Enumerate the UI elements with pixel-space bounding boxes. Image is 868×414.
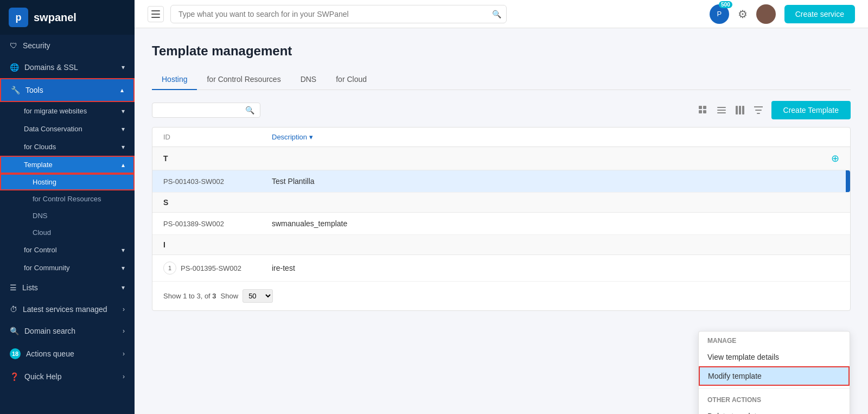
chevron-down-icon: ▾ xyxy=(122,246,125,254)
topbar-right: P 500 ⚙ Create service xyxy=(710,4,855,24)
sidebar-item-tools[interactable]: 🔧 Tools ▴ xyxy=(0,78,135,102)
group-t: T ⊕ xyxy=(152,147,850,170)
migrate-label: for migrate websites xyxy=(24,107,87,115)
sidebar-collapse-button[interactable] xyxy=(148,6,164,22)
svg-rect-6 xyxy=(703,110,706,113)
view-grid-icon[interactable] xyxy=(695,103,711,118)
table-row[interactable]: PS-001389-SW002 swmanuales_template xyxy=(152,213,850,235)
sidebar-label-help: Quick Help xyxy=(24,372,61,381)
template-table: ID Description ▾ T ⊕ PS-001403-SW002 Tes… xyxy=(152,127,851,311)
table-row[interactable]: 1 PS-001395-SW002 ire-test xyxy=(152,255,850,282)
chevron-up-icon: ▴ xyxy=(122,161,125,169)
cloud-label: Cloud xyxy=(33,228,51,237)
sidebar-item-template[interactable]: Template ▴ xyxy=(0,156,135,174)
tab-dns[interactable]: DNS xyxy=(291,69,327,90)
sidebar-item-data-conservation[interactable]: Data Conservation ▾ xyxy=(0,120,135,138)
create-service-button[interactable]: Create service xyxy=(784,5,855,23)
table-search-icon: 🔍 xyxy=(245,106,254,114)
group-i: I xyxy=(152,235,850,255)
gear-icon[interactable]: ⚙ xyxy=(738,8,748,21)
tab-for-cloud[interactable]: for Cloud xyxy=(326,69,376,90)
content-area: Template management Hosting for Control … xyxy=(135,28,868,414)
for-control-resources-label: for Control Resources xyxy=(33,195,101,203)
sidebar-item-domains[interactable]: 🌐 Domains & SSL ▾ xyxy=(0,56,135,78)
sidebar-label-actions: Actions queue xyxy=(26,349,74,358)
tabs-bar: Hosting for Control Resources DNS for Cl… xyxy=(152,69,851,90)
user-avatar[interactable] xyxy=(756,4,776,24)
svg-rect-9 xyxy=(717,110,726,111)
pagination-text: Show 1 to 3, of 3 xyxy=(163,292,216,300)
sidebar-item-security[interactable]: 🛡 Security xyxy=(0,35,135,56)
context-dropdown-menu: Manage View template details Modify temp… xyxy=(698,331,850,414)
svg-rect-0 xyxy=(151,10,160,11)
other-actions-header: Other actions xyxy=(699,391,850,407)
chevron-down-icon: ▾ xyxy=(122,264,125,272)
table-row[interactable]: PS-001403-SW002 Test Plantilla xyxy=(152,170,850,193)
svg-rect-11 xyxy=(736,106,738,114)
sidebar-item-for-control[interactable]: for Control ▾ xyxy=(0,241,135,259)
sidebar-item-for-clouds[interactable]: for Clouds ▾ xyxy=(0,138,135,156)
table-header: ID Description ▾ xyxy=(152,128,850,147)
main-area: 🔍 P 500 ⚙ Create service Template manage… xyxy=(135,0,868,414)
col-id: ID xyxy=(163,133,272,141)
sidebar-item-template-dns[interactable]: DNS xyxy=(0,207,135,224)
for-clouds-label: for Clouds xyxy=(24,143,56,151)
sidebar-item-migrate[interactable]: for migrate websites ▾ xyxy=(0,102,135,120)
svg-rect-12 xyxy=(739,106,741,114)
for-control-label: for Control xyxy=(24,246,57,254)
sidebar-item-for-community[interactable]: for Community ▾ xyxy=(0,259,135,277)
row-desc-cell: swmanuales_template xyxy=(272,219,839,228)
pagination: Show 1 to 3, of 3 Show 50 25 100 xyxy=(152,282,850,310)
sidebar-item-latest-services[interactable]: ⏱ Latest services managed › xyxy=(0,298,135,320)
sidebar-item-quick-help[interactable]: ❓ Quick Help › xyxy=(0,366,135,387)
svg-rect-10 xyxy=(717,112,726,113)
group-s: S xyxy=(152,193,850,213)
sidebar-label-security: Security xyxy=(23,41,50,50)
search-input[interactable] xyxy=(170,5,507,23)
sidebar-item-template-control[interactable]: for Control Resources xyxy=(0,190,135,207)
sidebar-item-domain-search[interactable]: 🔍 Domain search › xyxy=(0,320,135,342)
svg-rect-1 xyxy=(151,14,160,15)
chevron-down-icon: ▾ xyxy=(122,143,125,151)
dropdown-divider xyxy=(699,388,850,388)
menu-modify-template[interactable]: Modify template xyxy=(699,366,850,386)
group-expand-icon[interactable]: ⊕ xyxy=(831,152,839,164)
tab-hosting[interactable]: Hosting xyxy=(152,69,197,90)
table-view-icons xyxy=(695,103,766,118)
pagination-show-label: Show xyxy=(221,292,239,300)
sidebar-item-template-hosting[interactable]: Hosting xyxy=(0,174,135,190)
chevron-down-icon: ▾ xyxy=(122,125,125,133)
sidebar-item-lists[interactable]: ☰ Lists ▾ xyxy=(0,277,135,298)
menu-view-template[interactable]: View template details xyxy=(699,348,850,366)
for-community-label: for Community xyxy=(24,264,70,272)
sidebar-label-domains: Domains & SSL xyxy=(24,63,78,72)
chevron-right-icon: › xyxy=(123,327,125,335)
sidebar-item-template-cloud[interactable]: Cloud xyxy=(0,224,135,241)
table-search-input[interactable] xyxy=(158,106,242,114)
filter-icon[interactable] xyxy=(751,103,766,118)
chevron-down-icon: ▾ xyxy=(122,107,125,115)
actions-badge: 18 xyxy=(10,348,21,359)
col-description: Description ▾ xyxy=(272,133,839,141)
sidebar-logo: p swpanel xyxy=(0,0,135,35)
svg-rect-5 xyxy=(699,110,702,113)
search-icon: 🔍 xyxy=(492,10,501,18)
tab-for-control-resources[interactable]: for Control Resources xyxy=(197,69,290,90)
template-label: Template xyxy=(24,161,53,169)
menu-delete-template[interactable]: Delete template xyxy=(699,407,850,414)
sidebar-label-domain-search: Domain search xyxy=(24,327,75,335)
notifications-button[interactable]: P 500 xyxy=(710,4,729,24)
pagination-per-page-select[interactable]: 50 25 100 xyxy=(242,289,273,303)
view-columns-icon[interactable] xyxy=(732,103,748,118)
sidebar-label-lists: Lists xyxy=(22,283,38,292)
view-list-icon[interactable] xyxy=(714,103,729,118)
selected-indicator xyxy=(846,170,850,192)
row-id: PS-001389-SW002 xyxy=(163,220,224,228)
sidebar-sub-tools: for migrate websites ▾ Data Conservation… xyxy=(0,102,135,277)
svg-rect-2 xyxy=(151,17,160,18)
sidebar-label-latest: Latest services managed xyxy=(23,305,107,314)
sidebar-item-actions-queue[interactable]: 18 Actions queue › xyxy=(0,342,135,366)
table-toolbar: 🔍 xyxy=(152,101,851,119)
topbar: 🔍 P 500 ⚙ Create service xyxy=(135,0,868,28)
create-template-button[interactable]: Create Template xyxy=(771,101,851,119)
